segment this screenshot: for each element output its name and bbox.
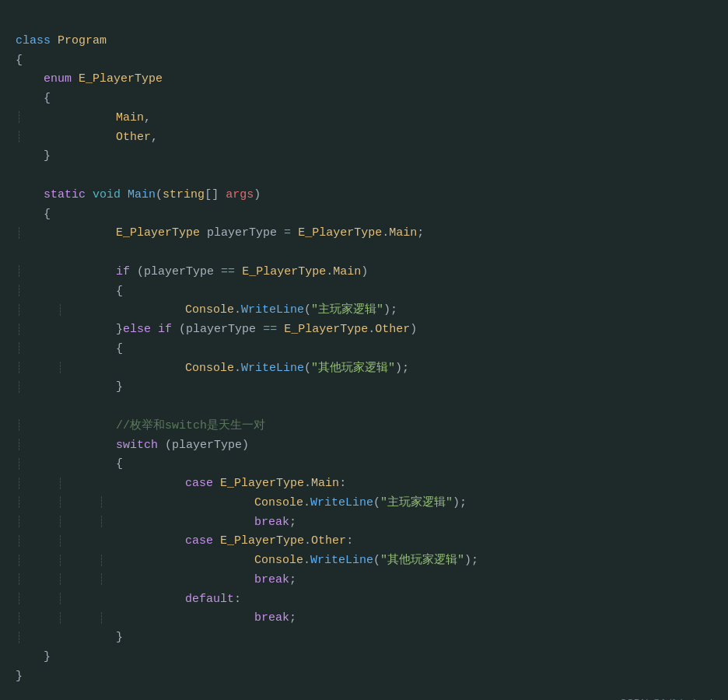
- line-11: E_PlayerType playerType = E_PlayerType.M…: [16, 226, 424, 240]
- line-33: }: [16, 650, 51, 663]
- line-17: {: [16, 342, 123, 355]
- line-21: //枚举和switch是天生一对: [16, 419, 265, 432]
- code-container: class Program { enum E_PlayerType { Main…: [0, 0, 728, 700]
- watermark: CSDN @feifei_cloud: [620, 695, 712, 700]
- line-3: enum E_PlayerType: [16, 72, 163, 86]
- line-30: default:: [16, 593, 241, 606]
- line-7: }: [16, 149, 51, 163]
- line-29: break;: [16, 573, 296, 586]
- line-31: break;: [16, 611, 296, 625]
- line-25: Console.WriteLine("主玩家逻辑");: [16, 496, 467, 509]
- line-9: static void Main(string[] args): [16, 188, 261, 201]
- line-32: }: [16, 631, 123, 644]
- line-15: Console.WriteLine("主玩家逻辑");: [16, 303, 397, 317]
- line-24: case E_PlayerType.Main:: [16, 477, 346, 490]
- line-16: }else if (playerType == E_PlayerType.Oth…: [16, 323, 417, 336]
- line-5: Main,: [16, 111, 151, 124]
- line-4: {: [16, 92, 51, 105]
- line-27: case E_PlayerType.Other:: [16, 534, 353, 548]
- line-13: if (playerType == E_PlayerType.Main): [16, 265, 368, 278]
- line-18: Console.WriteLine("其他玩家逻辑");: [16, 362, 409, 375]
- line-14: {: [16, 285, 123, 298]
- line-23: {: [16, 457, 123, 471]
- code-block: class Program { enum E_PlayerType { Main…: [16, 12, 712, 700]
- line-26: break;: [16, 516, 296, 529]
- line-28: Console.WriteLine("其他玩家逻辑");: [16, 554, 478, 567]
- line-22: switch (playerType): [16, 439, 249, 452]
- line-34: }: [16, 670, 23, 683]
- line-19: }: [16, 380, 123, 394]
- line-6: Other,: [16, 131, 158, 144]
- line-1: class Program: [16, 34, 107, 47]
- line-10: {: [16, 208, 51, 221]
- line-2: {: [16, 54, 23, 67]
